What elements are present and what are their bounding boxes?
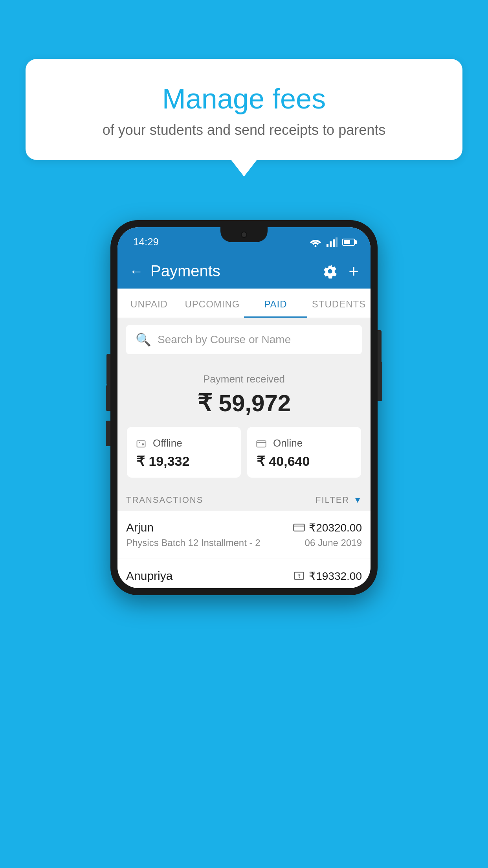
tab-unpaid[interactable]: UNPAID (117, 289, 181, 318)
svg-rect-3 (333, 239, 335, 247)
online-label: Online (273, 437, 303, 449)
signal-icon (327, 237, 338, 247)
offline-payment-card: Offline ₹ 19,332 (127, 427, 241, 478)
phone-screen: 14:29 (117, 227, 371, 588)
student-name: Arjun (126, 521, 154, 534)
svg-point-0 (315, 245, 317, 247)
speech-bubble: Manage fees of your students and send re… (26, 59, 462, 160)
transactions-label: TRANSACTIONS (126, 495, 203, 505)
payment-cards: Offline ₹ 19,332 Online ₹ (127, 427, 361, 478)
payment-received-label: Payment received (125, 373, 363, 385)
offline-icon (135, 438, 147, 449)
transaction-amount: ₹20320.00 (309, 521, 362, 534)
phone-mockup: 14:29 (110, 220, 378, 595)
transaction-list: Arjun ₹20320.00 Physics Batch 12 Install… (117, 511, 371, 588)
student-name: Anupriya (126, 569, 172, 583)
speech-bubble-container: Manage fees of your students and send re… (26, 59, 462, 160)
search-icon: 🔍 (136, 332, 151, 347)
settings-icon[interactable] (323, 264, 338, 279)
payment-total-amount: ₹ 59,972 (125, 389, 363, 417)
transaction-date: 06 June 2019 (305, 537, 362, 548)
payment-mode-icon: ₹ (293, 570, 305, 581)
wifi-icon (309, 237, 322, 247)
back-button[interactable]: ← (129, 264, 143, 278)
svg-rect-8 (257, 441, 266, 447)
svg-rect-2 (330, 241, 332, 247)
svg-text:₹: ₹ (297, 573, 301, 579)
camera-dot (241, 232, 247, 238)
course-name: Physics Batch 12 Installment - 2 (126, 537, 260, 548)
search-input[interactable]: Search by Course or Name (158, 333, 291, 346)
tab-students[interactable]: STUDENTS (307, 289, 371, 318)
svg-rect-7 (142, 443, 144, 445)
phone-outer: 14:29 (110, 220, 378, 595)
svg-rect-1 (327, 244, 328, 247)
offline-label: Offline (153, 437, 182, 449)
svg-rect-4 (336, 237, 338, 247)
filter-label: FILTER (316, 495, 349, 505)
offline-amount: ₹ 19,332 (136, 453, 189, 469)
phone-notch (220, 227, 268, 242)
status-time: 14:29 (133, 236, 159, 248)
online-amount: ₹ 40,640 (257, 453, 310, 469)
transactions-header: TRANSACTIONS FILTER ▼ (117, 487, 371, 511)
tabs-bar: UNPAID UPCOMING PAID STUDENTS (117, 289, 371, 318)
bubble-subtitle: of your students and send receipts to pa… (49, 122, 439, 138)
payment-summary: Payment received ₹ 59,972 Offline (117, 361, 371, 487)
add-button[interactable]: + (349, 263, 359, 280)
online-payment-card: Online ₹ 40,640 (247, 427, 361, 478)
battery-icon (342, 239, 355, 246)
search-section: 🔍 Search by Course or Name (117, 318, 371, 361)
tab-upcoming[interactable]: UPCOMING (181, 289, 244, 318)
status-icons (309, 237, 355, 247)
table-row[interactable]: Anupriya ₹ ₹19332.00 (117, 559, 371, 588)
page-title: Payments (150, 262, 220, 280)
filter-icon: ▼ (353, 495, 362, 505)
search-bar[interactable]: 🔍 Search by Course or Name (126, 325, 362, 354)
svg-rect-10 (294, 524, 305, 531)
filter-section[interactable]: FILTER ▼ (316, 495, 362, 505)
tab-paid[interactable]: PAID (244, 289, 307, 318)
svg-rect-5 (137, 441, 145, 447)
transaction-amount: ₹19332.00 (309, 570, 362, 583)
online-icon (255, 438, 268, 449)
app-header: ← Payments + (117, 254, 371, 289)
table-row[interactable]: Arjun ₹20320.00 Physics Batch 12 Install… (117, 511, 371, 559)
payment-mode-icon (293, 523, 305, 532)
bubble-title: Manage fees (49, 83, 439, 115)
